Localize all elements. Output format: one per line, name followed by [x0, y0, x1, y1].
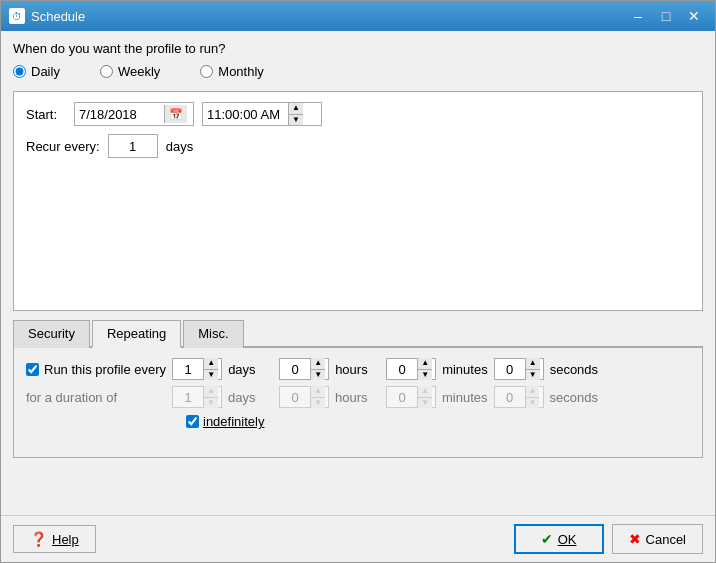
footer: ❓ Help ✔ OK ✖ Cancel [1, 515, 715, 562]
ok-label: OK [558, 532, 577, 547]
run-minutes-field[interactable] [387, 361, 417, 378]
daily-label: Daily [31, 64, 60, 79]
schedule-window: ⏱ Schedule – □ ✕ When do you want the pr… [0, 0, 716, 563]
dur-seconds-spinner: ▲ ▼ [494, 386, 544, 408]
tab-repeating[interactable]: Repeating [92, 320, 181, 348]
run-hours-field[interactable] [280, 361, 310, 378]
dur-minutes-unit: minutes [442, 390, 488, 405]
tab-misc[interactable]: Misc. [183, 320, 243, 348]
tab-security[interactable]: Security [13, 320, 90, 348]
date-input-container: 📅 [74, 102, 194, 126]
maximize-button[interactable]: □ [653, 6, 679, 26]
recur-unit-label: days [166, 139, 193, 154]
time-field[interactable] [203, 105, 288, 124]
dur-seconds-unit: seconds [550, 390, 598, 405]
indefinitely-row: indefinitely [186, 414, 690, 429]
ok-button[interactable]: ✔ OK [514, 524, 604, 554]
run-days-up[interactable]: ▲ [204, 358, 218, 370]
start-label: Start: [26, 107, 66, 122]
window-title: Schedule [31, 9, 85, 24]
schedule-form: Start: 📅 ▲ ▼ Recur every: days [13, 91, 703, 311]
run-days-unit: days [228, 362, 273, 377]
run-seconds-up[interactable]: ▲ [526, 358, 540, 370]
footer-right-buttons: ✔ OK ✖ Cancel [514, 524, 703, 554]
help-icon: ❓ [30, 531, 47, 547]
recur-row: Recur every: days [26, 134, 690, 158]
dur-hours-down[interactable]: ▼ [311, 398, 325, 409]
cancel-label: Cancel [646, 532, 686, 547]
weekly-radio[interactable] [100, 65, 113, 78]
title-bar-controls: – □ ✕ [625, 6, 707, 26]
dur-days-field[interactable] [173, 389, 203, 406]
start-row: Start: 📅 ▲ ▼ [26, 102, 690, 126]
time-input-container: ▲ ▼ [202, 102, 322, 126]
indefinitely-check-label[interactable]: indefinitely [186, 414, 264, 429]
date-field[interactable] [79, 107, 164, 122]
tab-content-repeating: Run this profile every ▲ ▼ days ▲ [13, 348, 703, 458]
duration-row: for a duration of ▲ ▼ days ▲ ▼ [26, 386, 690, 408]
time-up-button[interactable]: ▲ [289, 103, 303, 115]
dur-minutes-down[interactable]: ▼ [418, 398, 432, 409]
time-spinner: ▲ ▼ [288, 103, 303, 125]
indefinitely-checkbox[interactable] [186, 415, 199, 428]
recur-value-field[interactable] [108, 134, 158, 158]
dur-seconds-down[interactable]: ▼ [526, 398, 540, 409]
cancel-button[interactable]: ✖ Cancel [612, 524, 703, 554]
help-button[interactable]: ❓ Help [13, 525, 96, 553]
monthly-option[interactable]: Monthly [200, 64, 264, 79]
dur-seconds-field[interactable] [495, 389, 525, 406]
dur-hours-up[interactable]: ▲ [311, 386, 325, 398]
main-content: When do you want the profile to run? Dai… [1, 31, 715, 515]
weekly-label: Weekly [118, 64, 160, 79]
monthly-label: Monthly [218, 64, 264, 79]
help-label: Help [52, 532, 79, 547]
run-profile-check-label[interactable]: Run this profile every [26, 362, 166, 377]
daily-radio[interactable] [13, 65, 26, 78]
recur-label: Recur every: [26, 139, 100, 154]
indefinitely-label: indefinitely [203, 414, 264, 429]
run-days-field[interactable] [173, 361, 203, 378]
run-hours-spinner: ▲ ▼ [279, 358, 329, 380]
run-seconds-spinner: ▲ ▼ [494, 358, 544, 380]
dur-minutes-field[interactable] [387, 389, 417, 406]
duration-label: for a duration of [26, 390, 166, 405]
dur-minutes-up[interactable]: ▲ [418, 386, 432, 398]
close-button[interactable]: ✕ [681, 6, 707, 26]
monthly-radio[interactable] [200, 65, 213, 78]
dur-days-up[interactable]: ▲ [204, 386, 218, 398]
run-minutes-down[interactable]: ▼ [418, 370, 432, 381]
title-bar-left: ⏱ Schedule [9, 8, 85, 24]
run-seconds-field[interactable] [495, 361, 525, 378]
weekly-option[interactable]: Weekly [100, 64, 160, 79]
frequency-options: Daily Weekly Monthly [13, 64, 703, 79]
dur-hours-field[interactable] [280, 389, 310, 406]
daily-option[interactable]: Daily [13, 64, 60, 79]
dur-hours-spinner: ▲ ▼ [279, 386, 329, 408]
time-down-button[interactable]: ▼ [289, 115, 303, 126]
question-label: When do you want the profile to run? [13, 41, 703, 56]
tabs-section: Security Repeating Misc. Run this profil… [13, 319, 703, 458]
dur-days-down[interactable]: ▼ [204, 398, 218, 409]
ok-icon: ✔ [541, 531, 553, 547]
cancel-icon: ✖ [629, 531, 641, 547]
run-minutes-unit: minutes [442, 362, 488, 377]
run-days-down[interactable]: ▼ [204, 370, 218, 381]
window-icon: ⏱ [9, 8, 25, 24]
calendar-button[interactable]: 📅 [164, 105, 187, 123]
run-seconds-down[interactable]: ▼ [526, 370, 540, 381]
title-bar: ⏱ Schedule – □ ✕ [1, 1, 715, 31]
run-profile-checkbox[interactable] [26, 363, 39, 376]
run-days-spinner: ▲ ▼ [172, 358, 222, 380]
run-hours-down[interactable]: ▼ [311, 370, 325, 381]
run-hours-up[interactable]: ▲ [311, 358, 325, 370]
dur-minutes-spinner: ▲ ▼ [386, 386, 436, 408]
run-seconds-unit: seconds [550, 362, 598, 377]
run-profile-row: Run this profile every ▲ ▼ days ▲ [26, 358, 690, 380]
run-hours-unit: hours [335, 362, 380, 377]
run-profile-label: Run this profile every [44, 362, 166, 377]
minimize-button[interactable]: – [625, 6, 651, 26]
dur-seconds-up[interactable]: ▲ [526, 386, 540, 398]
run-minutes-spinner: ▲ ▼ [386, 358, 436, 380]
run-minutes-up[interactable]: ▲ [418, 358, 432, 370]
dur-days-spinner: ▲ ▼ [172, 386, 222, 408]
